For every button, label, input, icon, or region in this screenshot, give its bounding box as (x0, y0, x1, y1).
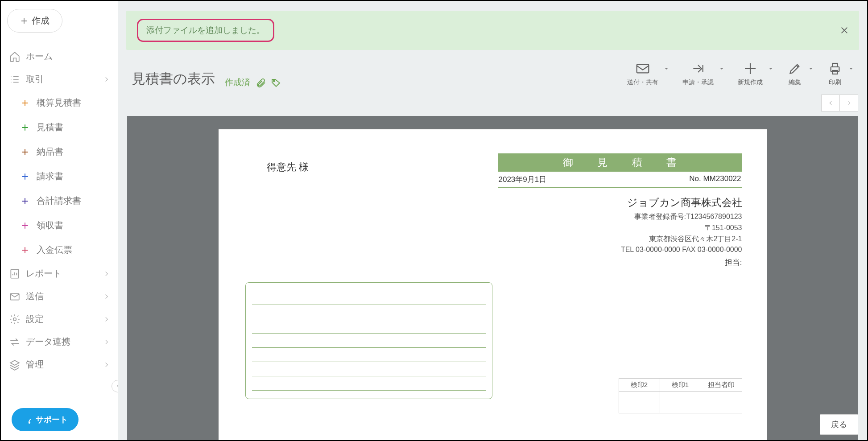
new-create-button[interactable]: 新規作成 (734, 60, 766, 88)
report-icon (9, 268, 21, 280)
document-page: 得意先 様 御 見 積 書 2023年9月1日 No. MM230022 ジョブ… (219, 129, 767, 440)
toolbar-label: 申請・承認 (682, 78, 714, 87)
home-icon (9, 51, 21, 62)
sub-item-invoice[interactable]: 請求書 (1, 164, 118, 189)
sub-item-total-invoice[interactable]: 合計請求書 (1, 189, 118, 213)
send-share-button[interactable]: 送付・共有 (624, 60, 662, 88)
toolbar: 送付・共有 申請・承認 新規作成 (624, 60, 854, 88)
sub-item-label: 見積書 (37, 121, 63, 133)
sidebar: 作成 ホーム 取引 概算見積書 見積書 (1, 1, 118, 440)
document-title: 御 見 積 書 (498, 153, 742, 172)
company-address: 東京都渋谷区代々木2丁目2-1 (498, 235, 742, 244)
sub-item-label: 入金伝票 (37, 244, 72, 256)
sub-item-label: 概算見積書 (37, 97, 81, 109)
pencil-icon (787, 62, 803, 76)
toolbar-label: 編集 (789, 78, 801, 87)
company-block: ジョブカン商事株式会社 事業者登録番号:T1234567890123 〒151-… (498, 196, 742, 268)
caret-down-icon[interactable] (664, 66, 669, 71)
memo-box (245, 282, 492, 399)
chevron-right-icon (103, 316, 110, 322)
document-banner: 御 見 積 書 2023年9月1日 No. MM230022 ジョブカン商事株式… (498, 153, 742, 268)
stamp-cell (619, 392, 660, 413)
back-button[interactable]: 戻る (820, 414, 858, 435)
sub-item-rough-estimate[interactable]: 概算見積書 (1, 91, 118, 115)
svg-point-2 (13, 317, 17, 321)
page-title: 見積書の表示 (132, 70, 215, 88)
memo-line (252, 376, 486, 391)
plus-icon (21, 148, 29, 157)
document-viewport[interactable]: 得意先 様 御 見 積 書 2023年9月1日 No. MM230022 ジョブ… (127, 116, 858, 440)
create-button-label: 作成 (32, 15, 50, 27)
nav-item-send[interactable]: 送信 (1, 285, 118, 308)
sub-item-estimate[interactable]: 見積書 (1, 115, 118, 140)
gear-icon (9, 313, 21, 325)
chat-icon (22, 415, 31, 424)
sync-icon (9, 336, 21, 348)
nav-label: データ連携 (26, 336, 70, 348)
stamp-cell (701, 392, 742, 413)
nav-item-integration[interactable]: データ連携 (1, 330, 118, 353)
tag-icon[interactable] (271, 78, 281, 88)
nav-item-transactions[interactable]: 取引 (1, 68, 118, 91)
sub-item-delivery[interactable]: 納品書 (1, 140, 118, 164)
plus-icon (21, 172, 29, 181)
pager-next-button[interactable] (839, 95, 858, 111)
alert-message: 添付ファイルを追加しました。 (137, 19, 274, 42)
edit-button[interactable]: 編集 (783, 60, 806, 88)
print-button[interactable]: 印刷 (823, 60, 847, 88)
create-button[interactable]: 作成 (7, 9, 62, 33)
stamp-header: 検印2 (619, 379, 660, 392)
sub-items: 概算見積書 見積書 納品書 請求書 合計請求書 (1, 91, 118, 262)
caret-down-icon[interactable] (848, 66, 854, 71)
pager-prev-button[interactable] (821, 95, 840, 111)
company-reg-no: 事業者登録番号:T1234567890123 (498, 212, 742, 222)
stamp-table: 検印2 検印1 担当者印 (619, 378, 742, 413)
support-button[interactable]: サポート (12, 408, 79, 431)
chevron-right-icon (846, 100, 851, 106)
sub-item-deposit[interactable]: 入金伝票 (1, 238, 118, 262)
plus-icon (742, 62, 758, 76)
svg-point-3 (273, 81, 275, 82)
main: 添付ファイルを追加しました。 見積書の表示 作成済 送付・共有 (118, 1, 867, 440)
caret-down-icon[interactable] (808, 66, 814, 71)
forward-icon (690, 62, 706, 76)
nav-label: 取引 (26, 73, 44, 85)
caret-down-icon[interactable] (768, 66, 773, 71)
sub-item-receipt[interactable]: 領収書 (1, 213, 118, 238)
recipient-name: 得意先 様 (267, 161, 309, 174)
nav-item-home[interactable]: ホーム (1, 45, 118, 68)
stamp-header: 担当者印 (701, 379, 742, 392)
plus-icon (21, 197, 29, 206)
mail-icon (635, 62, 651, 76)
plus-icon (21, 123, 29, 132)
nav-item-admin[interactable]: 管理 (1, 353, 118, 376)
nav-label: ホーム (26, 50, 53, 62)
svg-rect-4 (637, 65, 649, 73)
nav: ホーム 取引 概算見積書 見積書 納品書 (1, 45, 118, 376)
nav-item-report[interactable]: レポート (1, 262, 118, 285)
nav-label: 送信 (26, 290, 44, 302)
plus-icon (21, 246, 29, 255)
attachment-icon[interactable] (256, 78, 266, 88)
nav-label: 管理 (26, 359, 44, 371)
apply-approve-button[interactable]: 申請・承認 (679, 60, 717, 88)
memo-line (252, 334, 486, 348)
sub-item-label: 領収書 (37, 219, 63, 231)
person-in-charge: 担当: (498, 257, 742, 268)
support-label: サポート (36, 414, 68, 425)
close-icon[interactable] (839, 25, 849, 35)
caret-down-icon[interactable] (719, 66, 724, 71)
nav-label: レポート (26, 268, 62, 280)
nav-label: 設定 (26, 313, 44, 325)
chevron-right-icon (103, 271, 110, 277)
printer-icon (827, 62, 843, 76)
memo-line (252, 362, 486, 376)
stamp-cell (660, 392, 701, 413)
layers-icon (9, 359, 21, 371)
mail-icon (9, 291, 21, 302)
memo-line (252, 348, 486, 362)
memo-line (252, 291, 486, 305)
chevron-right-icon (103, 293, 110, 300)
memo-line (252, 319, 486, 334)
nav-item-settings[interactable]: 設定 (1, 308, 118, 330)
